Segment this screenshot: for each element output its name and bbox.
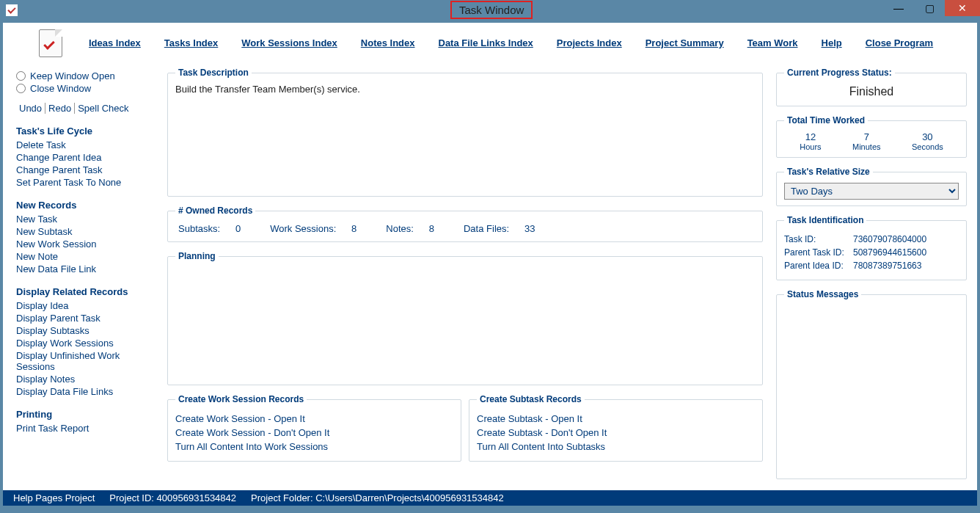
center-column: Task Description Build the Transfer Team… — [163, 63, 773, 490]
display-subtasks-link[interactable]: Display Subtasks — [16, 325, 160, 336]
data-files-value: 33 — [524, 223, 535, 234]
progress-legend: Current Progress Status: — [784, 68, 895, 78]
new-subtask-link[interactable]: New Subtask — [16, 226, 160, 237]
minutes-label: Minutes — [852, 142, 881, 151]
parent-idea-id-label: Parent Idea ID: — [784, 261, 853, 271]
size-legend: Task's Relative Size — [784, 167, 873, 177]
status-help-pages[interactable]: Help Pages Project — [13, 492, 95, 503]
create-subtask-legend: Create Subtask Records — [477, 394, 585, 404]
printing-heading: Printing — [16, 409, 160, 420]
subtasks-value: 0 — [235, 223, 241, 234]
status-project-folder: Project Folder: C:\Users\Darren\Projects… — [251, 492, 504, 503]
create-ws-dont-open-link[interactable]: Create Work Session - Don't Open It — [175, 427, 453, 438]
planning-legend: Planning — [175, 251, 219, 261]
display-data-file-links-link[interactable]: Display Data File Links — [16, 386, 160, 397]
progress-status-group: Current Progress Status: Finished — [776, 68, 967, 106]
owned-records-legend: # Owned Records — [175, 205, 255, 216]
menu-project-summary[interactable]: Project Summary — [646, 37, 724, 48]
minutes-value: 7 — [852, 131, 881, 142]
undo-link[interactable]: Undo — [16, 103, 45, 114]
main-menu: Ideas Index Tasks Index Work Sessions In… — [89, 37, 933, 48]
create-subtask-group: Create Subtask Records Create Subtask - … — [469, 394, 763, 462]
sidebar: Keep Window Open Close Window UndoRedoSp… — [3, 63, 163, 490]
task-description-legend: Task Description — [175, 68, 252, 78]
create-subtask-dont-open-link[interactable]: Create Subtask - Don't Open It — [477, 427, 755, 438]
title-bar: Task Window — ▢ ✕ — [0, 0, 980, 22]
menu-projects-index[interactable]: Projects Index — [557, 37, 622, 48]
spell-check-link[interactable]: Spell Check — [75, 103, 131, 114]
display-unfinished-ws-link[interactable]: Display Unfinished Work Sessions — [16, 350, 160, 372]
close-window-label: Close Window — [30, 83, 91, 94]
display-notes-link[interactable]: Display Notes — [16, 374, 160, 385]
life-cycle-heading: Task's Life Cycle — [16, 125, 160, 137]
time-legend: Total Time Worked — [784, 115, 868, 125]
subtasks-label: Subtasks: — [178, 223, 220, 234]
relative-size-group: Task's Relative Size Two Days — [776, 167, 967, 206]
owned-records-group: # Owned Records Subtasks: 0 Work Session… — [167, 205, 763, 242]
task-id-label: Task ID: — [784, 234, 853, 244]
total-time-worked-group: Total Time Worked 12Hours 7Minutes 30Sec… — [776, 115, 967, 158]
keep-window-open-label: Keep Window Open — [30, 70, 115, 81]
status-messages-area — [784, 305, 959, 473]
parent-task-id-label: Parent Task ID: — [784, 247, 853, 258]
planning-area[interactable] — [175, 267, 755, 379]
task-logo-icon — [36, 28, 67, 59]
minimize-button[interactable]: — — [883, 0, 914, 16]
close-window-radio[interactable] — [16, 84, 26, 93]
display-related-heading: Display Related Records — [16, 286, 160, 297]
menu-close-program[interactable]: Close Program — [866, 37, 933, 48]
print-task-report-link[interactable]: Print Task Report — [16, 423, 160, 434]
parent-idea-id-value: 78087389751663 — [853, 261, 921, 271]
maximize-button[interactable]: ▢ — [914, 0, 945, 16]
window-title: Task Window — [450, 1, 533, 19]
create-subtask-open-link[interactable]: Create Subtask - Open It — [477, 413, 755, 424]
menu-notes-index[interactable]: Notes Index — [361, 37, 415, 48]
ident-legend: Task Identification — [784, 215, 866, 225]
redo-link[interactable]: Redo — [45, 103, 75, 114]
progress-value: Finished — [784, 84, 959, 100]
delete-task-link[interactable]: Delete Task — [16, 139, 160, 150]
menu-ideas-index[interactable]: Ideas Index — [89, 37, 141, 48]
header: Ideas Index Tasks Index Work Sessions In… — [3, 23, 977, 63]
turn-all-into-subtasks-link[interactable]: Turn All Content Into Subtasks — [477, 441, 755, 452]
change-parent-task-link[interactable]: Change Parent Task — [16, 164, 160, 175]
menu-team-work[interactable]: Team Work — [747, 37, 798, 48]
change-parent-idea-link[interactable]: Change Parent Idea — [16, 152, 160, 163]
new-work-session-link[interactable]: New Work Session — [16, 239, 160, 250]
menu-work-sessions-index[interactable]: Work Sessions Index — [241, 37, 337, 48]
menu-data-file-links-index[interactable]: Data File Links Index — [439, 37, 533, 48]
status-messages-group: Status Messages — [776, 289, 967, 479]
task-id-value: 736079078604000 — [853, 234, 926, 244]
display-work-sessions-link[interactable]: Display Work Sessions — [16, 338, 160, 349]
create-ws-open-link[interactable]: Create Work Session - Open It — [175, 413, 453, 424]
notes-label: Notes: — [386, 223, 414, 234]
new-note-link[interactable]: New Note — [16, 251, 160, 262]
data-files-label: Data Files: — [464, 223, 509, 234]
seconds-value: 30 — [912, 131, 943, 142]
notes-value: 8 — [429, 223, 434, 234]
status-project-id: Project ID: 400956931534842 — [109, 492, 236, 503]
set-parent-none-link[interactable]: Set Parent Task To None — [16, 177, 160, 188]
display-parent-task-link[interactable]: Display Parent Task — [16, 313, 160, 324]
status-messages-legend: Status Messages — [784, 289, 861, 299]
right-column: Current Progress Status: Finished Total … — [773, 63, 977, 490]
status-bar: Help Pages Project Project ID: 400956931… — [3, 490, 977, 506]
task-identification-group: Task Identification Task ID:736079078604… — [776, 215, 967, 280]
new-data-file-link[interactable]: New Data File Link — [16, 263, 160, 274]
planning-group: Planning — [167, 251, 763, 385]
menu-help[interactable]: Help — [822, 37, 842, 48]
new-task-link[interactable]: New Task — [16, 214, 160, 225]
task-description-text[interactable]: Build the Transfer Team Member(s) servic… — [175, 84, 755, 190]
relative-size-select[interactable]: Two Days — [784, 183, 959, 200]
keep-window-open-radio[interactable] — [16, 71, 26, 81]
app-icon — [6, 4, 18, 16]
turn-all-into-ws-link[interactable]: Turn All Content Into Work Sessions — [175, 441, 453, 452]
menu-tasks-index[interactable]: Tasks Index — [164, 37, 218, 48]
work-sessions-label: Work Sessions: — [270, 223, 336, 234]
close-button[interactable]: ✕ — [945, 0, 980, 16]
task-description-group: Task Description Build the Transfer Team… — [167, 68, 763, 197]
hours-label: Hours — [800, 142, 821, 151]
display-idea-link[interactable]: Display Idea — [16, 300, 160, 311]
create-ws-legend: Create Work Session Records — [175, 394, 307, 404]
seconds-label: Seconds — [912, 142, 943, 151]
